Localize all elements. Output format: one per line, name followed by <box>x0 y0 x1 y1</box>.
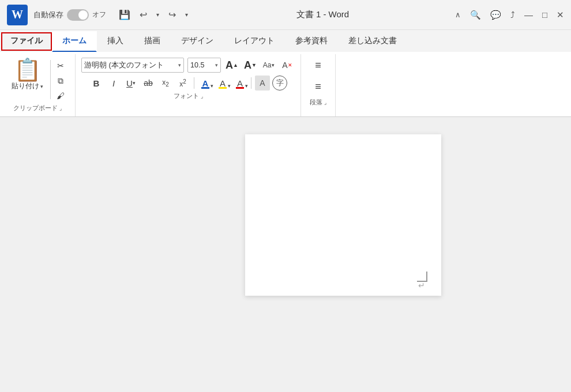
font-name-dropdown[interactable]: 游明朝 (本文のフォント ▾ <box>81 58 184 73</box>
ribbon-tabs: ファイル ホーム 挿入 描画 デザイン レイアウト 参考資料 差し込み文書 <box>0 30 571 52</box>
quick-access-toolbar: 💾 ↩ ▾ ↪ ▾ <box>117 8 190 21</box>
word-logo-text: W <box>12 8 23 21</box>
clipboard-footer: クリップボード ⌟ <box>5 103 70 116</box>
tab-layout-label: レイアウト <box>234 36 275 45</box>
subscript-button[interactable]: x2 <box>158 76 173 91</box>
clear-formatting-button[interactable]: A ✕ <box>280 58 295 73</box>
highlight-button[interactable]: A ▾ <box>215 76 230 91</box>
cut-button[interactable]: ✂ <box>53 59 68 73</box>
clipboard-content: 📋 貼り付け ▾ ✂ ⧉ 🖌 <box>5 54 70 103</box>
font-color-red-bar <box>236 87 244 89</box>
font-separator-1 <box>194 77 194 89</box>
copy-button[interactable]: ⧉ <box>53 74 68 88</box>
tab-file-label: ファイル <box>10 36 43 45</box>
document-title: 文書 1 - Word <box>190 9 455 20</box>
clipboard-section-label: クリップボード ⌟ <box>7 103 68 115</box>
increase-font-size-button[interactable]: A▲ <box>224 58 239 73</box>
underline-label: U <box>126 78 133 88</box>
tab-draw[interactable]: 描画 <box>134 31 171 52</box>
comments-icon[interactable]: 💬 <box>490 10 501 20</box>
underline-chevron-icon: ▾ <box>133 80 136 86</box>
list-button[interactable]: ≡ <box>311 58 326 73</box>
font-size-dropdown[interactable]: 10.5 ▾ <box>187 58 221 73</box>
para-section-label: 段落 ⌟ <box>308 97 328 109</box>
font-section-label: フォント ⌟ <box>84 91 292 103</box>
font-size-chevron-icon: ▾ <box>215 62 218 68</box>
highlight-chevron-icon: ▾ <box>228 83 231 89</box>
font-name-chevron-icon: ▾ <box>178 62 181 68</box>
circle-char-label: 字 <box>276 78 284 88</box>
font-color-blue-bar <box>201 87 209 89</box>
para-expand-icon[interactable]: ⌟ <box>324 100 326 105</box>
paste-button[interactable]: 📋 貼り付け ▾ <box>7 56 48 93</box>
tab-references[interactable]: 参考資料 <box>285 31 338 52</box>
strikethrough-button[interactable]: ab <box>141 76 156 91</box>
underline-button[interactable]: U ▾ <box>123 76 138 91</box>
ribbon-body: 📋 貼り付け ▾ ✂ ⧉ 🖌 クリップボード ⌟ <box>0 52 571 117</box>
clipboard-expand-icon[interactable]: ⌟ <box>59 105 62 111</box>
undo-icon[interactable]: ↩ <box>137 8 149 21</box>
tab-file[interactable]: ファイル <box>1 32 52 51</box>
document-page[interactable]: ↵ <box>245 134 441 296</box>
align-center-button[interactable]: ≡ <box>311 79 326 94</box>
font-expand-icon[interactable]: ⌟ <box>201 93 203 99</box>
gray-a-label: A <box>260 78 265 88</box>
return-mark: ↵ <box>418 281 425 290</box>
para-footer: 段落 ⌟ <box>306 97 330 111</box>
para-row1: ≡ <box>311 58 326 73</box>
redo-icon[interactable]: ↪ <box>166 8 178 21</box>
paragraph-section: ≡ ≡ 段落 ⌟ <box>301 54 336 116</box>
font-size-value: 10.5 <box>190 61 204 69</box>
ribbon-collapse-icon[interactable]: ∧ <box>455 10 461 19</box>
close-icon[interactable]: ✕ <box>557 10 564 20</box>
title-bar: W 自動保存 オフ 💾 ↩ ▾ ↪ ▾ 文書 1 - Word ∧ 🔍 💬 ⤴ … <box>0 0 571 30</box>
undo-chevron-icon[interactable]: ▾ <box>154 10 161 19</box>
title-right-controls: ∧ 🔍 💬 ⤴ — □ ✕ <box>455 10 564 20</box>
font-section: 游明朝 (本文のフォント ▾ 10.5 ▾ A▲ A▼ Aa▾ A ✕ <box>76 54 301 116</box>
paste-dropdown-icon: ▾ <box>40 84 43 89</box>
tab-mailings-label: 差し込み文書 <box>348 36 397 45</box>
font-name-value: 游明朝 (本文のフォント <box>84 61 164 70</box>
format-painter-button[interactable]: 🖌 <box>53 89 68 103</box>
tab-layout[interactable]: レイアウト <box>224 31 285 52</box>
para-row2: ≡ <box>311 79 326 94</box>
font-color-blue-chevron: ▾ <box>211 83 213 89</box>
autosave-control: 自動保存 オフ <box>33 9 106 21</box>
tab-insert-label: 挿入 <box>107 36 123 45</box>
clipboard-small-icons: ✂ ⧉ 🖌 <box>53 59 68 103</box>
gray-a-button[interactable]: A <box>255 76 270 91</box>
toolbar-chevron-icon[interactable]: ▾ <box>183 10 190 19</box>
tab-insert[interactable]: 挿入 <box>97 31 134 52</box>
minimize-icon[interactable]: — <box>524 10 533 20</box>
autosave-toggle[interactable] <box>67 9 89 21</box>
font-color-button[interactable]: A ▾ <box>232 76 247 91</box>
tab-design[interactable]: デザイン <box>171 31 224 52</box>
save-icon[interactable]: 💾 <box>117 8 133 21</box>
toggle-state: オフ <box>92 10 106 20</box>
autosave-label: 自動保存 <box>33 10 63 20</box>
share-icon[interactable]: ⤴ <box>510 10 515 20</box>
bold-button[interactable]: B <box>89 76 104 91</box>
font-row2: B I U ▾ ab x2 x2 <box>89 76 287 91</box>
tab-mailings[interactable]: 差し込み文書 <box>338 31 407 52</box>
change-case-button[interactable]: Aa▾ <box>261 58 276 73</box>
decrease-font-size-button[interactable]: A▼ <box>243 58 258 73</box>
font-row1: 游明朝 (本文のフォント ▾ 10.5 ▾ A▲ A▼ Aa▾ A ✕ <box>81 58 295 73</box>
font-color-chevron-icon: ▾ <box>245 83 248 89</box>
tab-design-label: デザイン <box>181 36 213 45</box>
superscript-button[interactable]: x2 <box>175 76 190 91</box>
maximize-icon[interactable]: □ <box>542 10 547 20</box>
tab-home[interactable]: ホーム <box>52 31 97 52</box>
tab-home-label: ホーム <box>62 36 87 45</box>
paste-label: 貼り付け <box>12 82 39 91</box>
circle-char-button[interactable]: 字 <box>272 76 287 91</box>
search-icon[interactable]: 🔍 <box>470 10 481 20</box>
font-color-blue-button[interactable]: A ▾ <box>198 76 213 91</box>
clipboard-section: 📋 貼り付け ▾ ✂ ⧉ 🖌 クリップボード ⌟ <box>0 54 76 116</box>
font-separator-2 <box>251 77 251 89</box>
italic-button[interactable]: I <box>106 76 121 91</box>
content-area: ↵ <box>0 117 571 392</box>
highlight-bar <box>219 87 227 89</box>
word-logo: W <box>7 5 28 25</box>
tab-references-label: 参考資料 <box>295 36 328 45</box>
